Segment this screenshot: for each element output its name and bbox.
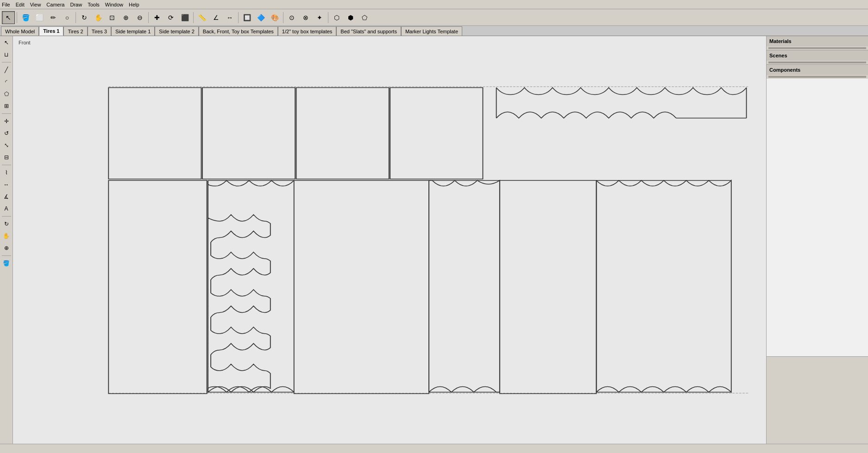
menu-edit[interactable]: Edit (16, 2, 25, 7)
sep3 (148, 12, 149, 23)
rotate-btn[interactable]: ⟳ (164, 11, 177, 24)
materials-bar (768, 47, 866, 49)
left-push-tool[interactable]: ⊞ (1, 100, 12, 112)
svg-rect-1 (202, 87, 295, 179)
left-sep2 (2, 113, 11, 114)
walk-btn[interactable]: ⊙ (285, 11, 298, 24)
scenes-header[interactable]: Scenes (767, 50, 868, 61)
left-tape-tool[interactable]: ⌇ (1, 167, 12, 178)
orbit-btn[interactable]: ↻ (78, 11, 91, 24)
eraser-btn[interactable]: ⬜ (33, 11, 46, 24)
canvas-svg (13, 36, 766, 444)
paint-bucket-btn[interactable]: 🪣 (19, 11, 32, 24)
left-rotate-tool[interactable]: ↺ (1, 128, 12, 139)
scenes-section: Scenes (767, 50, 868, 65)
right-panel: Materials Scenes Components (766, 36, 868, 444)
left-offset-tool[interactable]: ⊟ (1, 152, 12, 163)
left-scale-tool[interactable]: ⤡ (1, 140, 12, 151)
left-zoom-tool[interactable]: ⊕ (1, 242, 12, 254)
materials-label: Materials (769, 38, 792, 44)
sep2 (75, 12, 76, 23)
left-select-tool[interactable]: ↖ (1, 37, 12, 48)
left-lasso-tool[interactable]: ⊔ (1, 49, 12, 60)
menubar: File Edit View Camera Draw Tools Window … (0, 0, 868, 9)
svg-rect-7 (108, 180, 207, 394)
move-btn[interactable]: ⬛ (178, 11, 191, 24)
left-sep1 (2, 62, 11, 62)
left-sep3 (2, 165, 11, 165)
menu-camera[interactable]: Camera (46, 2, 64, 7)
tab-side2[interactable]: Side template 2 (155, 26, 198, 36)
zoomin-btn[interactable]: ⊕ (120, 11, 132, 24)
tab-slats[interactable]: Bed "Slats" and supports (336, 26, 401, 36)
materials-header[interactable]: Materials (767, 36, 868, 46)
status-text (4, 446, 5, 452)
tape-btn[interactable]: 📏 (195, 11, 208, 24)
left-shape-tool[interactable]: ⬠ (1, 88, 12, 99)
left-tool-panel: ↖ ⊔ ╱ ◜ ⬠ ⊞ ✛ ↺ ⤡ ⊟ ⌇ ↔ ∡ A ↻ ✋ ⊕ 🪣 (0, 36, 13, 444)
left-protractor-tool[interactable]: ∡ (1, 191, 12, 202)
main-area: ↖ ⊔ ╱ ◜ ⬠ ⊞ ✛ ↺ ⤡ ⊟ ⌇ ↔ ∡ A ↻ ✋ ⊕ 🪣 Fron… (0, 36, 868, 444)
select-tool-btn[interactable]: ↖ (2, 11, 15, 24)
zoomout-btn[interactable]: ⊖ (133, 11, 146, 24)
menu-help[interactable]: Help (129, 2, 139, 7)
menu-view[interactable]: View (30, 2, 41, 7)
pencil-btn[interactable]: ✏ (47, 11, 60, 24)
left-move-tool[interactable]: ✛ (1, 116, 12, 127)
menu-draw[interactable]: Draw (70, 2, 82, 7)
components-bar (768, 76, 866, 78)
svg-rect-2 (296, 87, 389, 179)
sep1 (17, 12, 17, 23)
protractor-btn[interactable]: ∠ (209, 11, 222, 24)
left-arc-tool[interactable]: ◜ (1, 76, 12, 87)
sep6 (283, 12, 283, 23)
components-content (767, 79, 868, 356)
tab-whole-model[interactable]: Whole Model (1, 26, 39, 36)
left-dim-tool[interactable]: ↔ (1, 179, 12, 190)
pan-btn[interactable]: ✋ (92, 11, 105, 24)
left-sep4 (2, 216, 11, 217)
section-display-btn[interactable]: ⬢ (344, 11, 357, 24)
section-cut-btn[interactable]: ⬠ (358, 11, 371, 24)
menu-window[interactable]: Window (105, 2, 123, 7)
axes-btn[interactable]: ✚ (151, 11, 164, 24)
section-plane-btn[interactable]: ⬡ (330, 11, 343, 24)
menu-tools[interactable]: Tools (88, 2, 100, 7)
tab-tires3[interactable]: Tires 3 (88, 26, 111, 36)
sep4 (193, 12, 194, 23)
materials-btn[interactable]: 🎨 (268, 11, 281, 24)
left-line-tool[interactable]: ╱ (1, 64, 12, 75)
tab-side1[interactable]: Side template 1 (111, 26, 155, 36)
tabs-bar: Whole Model Tires 1 Tires 2 Tires 3 Side… (0, 26, 868, 36)
materials-section: Materials (767, 36, 868, 50)
statusbar (0, 444, 868, 453)
components-btn[interactable]: 🔷 (254, 11, 267, 24)
toolbar: ↖ 🪣 ⬜ ✏ ○ ↻ ✋ ⊡ ⊕ ⊖ ✚ ⟳ ⬛ 📏 ∠ ↔ 🔲 🔷 🎨 ⊙ … (0, 9, 868, 26)
components-header[interactable]: Components (767, 65, 868, 75)
circle-btn[interactable]: ○ (61, 11, 74, 24)
svg-rect-8 (294, 180, 429, 394)
dim-btn[interactable]: ↔ (223, 11, 236, 24)
components-section: Components (767, 65, 868, 357)
tab-marker-lights[interactable]: Marker Lights Template (401, 26, 462, 36)
sep7 (328, 12, 328, 23)
position-btn[interactable]: ✦ (313, 11, 326, 24)
left-text-tool[interactable]: A (1, 203, 12, 214)
tab-tires2[interactable]: Tires 2 (63, 26, 87, 36)
components-label: Components (769, 67, 800, 73)
svg-rect-0 (108, 87, 201, 179)
sep5 (238, 12, 239, 23)
tab-toybox[interactable]: 1/2" toy box templates (278, 26, 336, 36)
zoomwin-btn[interactable]: ⊡ (106, 11, 119, 24)
left-orbit-tool[interactable]: ↻ (1, 218, 12, 230)
menu-file[interactable]: File (2, 2, 10, 7)
model-info-btn[interactable]: 🔲 (240, 11, 253, 24)
lookat-btn[interactable]: ⊗ (299, 11, 312, 24)
canvas-area[interactable]: Front (13, 36, 766, 444)
tab-tires1[interactable]: Tires 1 (39, 26, 63, 36)
left-pan-tool[interactable]: ✋ (1, 230, 12, 242)
scenes-label: Scenes (769, 53, 787, 58)
left-paint-tool[interactable]: 🪣 (1, 258, 12, 269)
svg-rect-3 (390, 87, 483, 179)
tab-back-front[interactable]: Back, Front, Toy box Templates (199, 26, 278, 36)
